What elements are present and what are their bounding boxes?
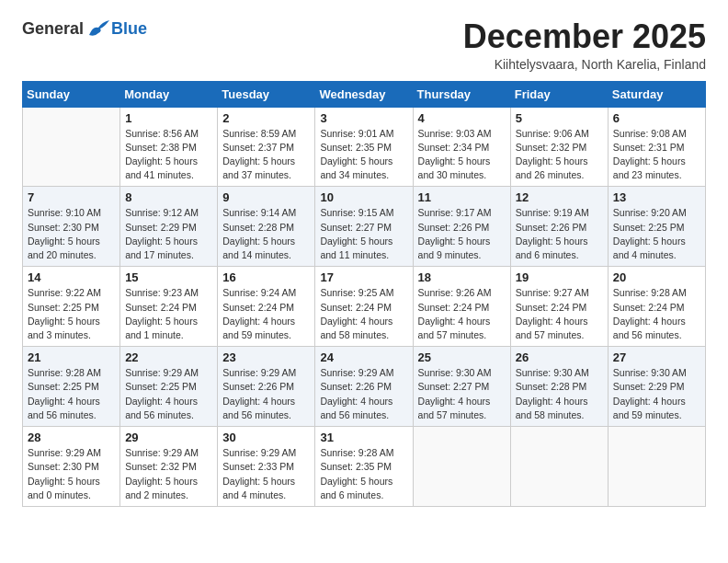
- day-number: 6: [613, 111, 700, 125]
- day-info: Sunrise: 8:56 AMSunset: 2:38 PMDaylight:…: [125, 127, 212, 183]
- day-number: 17: [320, 270, 407, 284]
- page-header: General Blue December 2025 Kiihtelysvaar…: [22, 18, 706, 72]
- day-number: 25: [418, 350, 506, 364]
- day-info: Sunrise: 9:20 AMSunset: 2:25 PMDaylight:…: [613, 206, 700, 262]
- day-info: Sunrise: 9:08 AMSunset: 2:31 PMDaylight:…: [613, 127, 700, 183]
- day-info: Sunrise: 9:14 AMSunset: 2:28 PMDaylight:…: [222, 206, 310, 262]
- weekday-header-friday: Friday: [510, 81, 608, 107]
- calendar-cell: 19Sunrise: 9:27 AMSunset: 2:24 PMDayligh…: [510, 267, 608, 347]
- day-info: Sunrise: 9:29 AMSunset: 2:26 PMDaylight:…: [222, 366, 310, 422]
- title-block: December 2025 Kiihtelysvaara, North Kare…: [463, 18, 706, 72]
- weekday-header-wednesday: Wednesday: [315, 81, 413, 107]
- day-number: 7: [28, 190, 115, 204]
- calendar-cell: 31Sunrise: 9:28 AMSunset: 2:35 PMDayligh…: [315, 427, 413, 507]
- day-number: 9: [222, 190, 310, 204]
- calendar-cell: 8Sunrise: 9:12 AMSunset: 2:29 PMDaylight…: [120, 187, 218, 267]
- calendar-cell: 4Sunrise: 9:03 AMSunset: 2:34 PMDaylight…: [413, 107, 510, 187]
- day-number: 10: [320, 190, 407, 204]
- weekday-header-monday: Monday: [120, 81, 218, 107]
- logo: General Blue: [22, 18, 147, 39]
- calendar-cell: 30Sunrise: 9:29 AMSunset: 2:33 PMDayligh…: [218, 427, 315, 507]
- day-number: 24: [320, 350, 407, 364]
- day-number: 16: [222, 270, 310, 284]
- calendar-cell: 15Sunrise: 9:23 AMSunset: 2:24 PMDayligh…: [120, 267, 218, 347]
- calendar-cell: 24Sunrise: 9:29 AMSunset: 2:26 PMDayligh…: [315, 347, 413, 427]
- day-number: 21: [28, 350, 115, 364]
- calendar-week-row: 7Sunrise: 9:10 AMSunset: 2:30 PMDaylight…: [23, 187, 706, 267]
- calendar-week-row: 21Sunrise: 9:28 AMSunset: 2:25 PMDayligh…: [23, 347, 706, 427]
- day-number: 29: [125, 431, 212, 444]
- day-info: Sunrise: 9:25 AMSunset: 2:24 PMDaylight:…: [320, 286, 407, 342]
- day-info: Sunrise: 9:10 AMSunset: 2:30 PMDaylight:…: [28, 206, 115, 262]
- weekday-header-tuesday: Tuesday: [218, 81, 315, 107]
- day-number: 31: [320, 431, 407, 444]
- calendar-cell: 20Sunrise: 9:28 AMSunset: 2:24 PMDayligh…: [608, 267, 705, 347]
- day-number: 22: [125, 350, 212, 364]
- calendar-cell: 25Sunrise: 9:30 AMSunset: 2:27 PMDayligh…: [413, 347, 510, 427]
- day-number: 19: [516, 270, 603, 284]
- location-text: Kiihtelysvaara, North Karelia, Finland: [463, 57, 706, 72]
- weekday-header-sunday: Sunday: [23, 81, 120, 107]
- calendar-cell: 21Sunrise: 9:28 AMSunset: 2:25 PMDayligh…: [23, 347, 120, 427]
- logo-bird-icon: [85, 18, 111, 39]
- calendar-cell: [608, 427, 705, 507]
- calendar-cell: [23, 107, 120, 187]
- day-number: 15: [125, 270, 212, 284]
- day-info: Sunrise: 9:29 AMSunset: 2:25 PMDaylight:…: [125, 366, 212, 422]
- day-info: Sunrise: 9:06 AMSunset: 2:32 PMDaylight:…: [516, 127, 603, 183]
- day-number: 2: [222, 111, 310, 125]
- day-number: 30: [222, 431, 310, 444]
- calendar-cell: 28Sunrise: 9:29 AMSunset: 2:30 PMDayligh…: [23, 427, 120, 507]
- calendar-cell: 22Sunrise: 9:29 AMSunset: 2:25 PMDayligh…: [120, 347, 218, 427]
- weekday-header-thursday: Thursday: [413, 81, 510, 107]
- calendar-cell: 5Sunrise: 9:06 AMSunset: 2:32 PMDaylight…: [510, 107, 608, 187]
- day-info: Sunrise: 9:01 AMSunset: 2:35 PMDaylight:…: [320, 127, 407, 183]
- calendar-cell: 26Sunrise: 9:30 AMSunset: 2:28 PMDayligh…: [510, 347, 608, 427]
- calendar-cell: 12Sunrise: 9:19 AMSunset: 2:26 PMDayligh…: [510, 187, 608, 267]
- calendar-week-row: 1Sunrise: 8:56 AMSunset: 2:38 PMDaylight…: [23, 107, 706, 187]
- logo-blue-text: Blue: [111, 19, 147, 39]
- calendar-cell: 7Sunrise: 9:10 AMSunset: 2:30 PMDaylight…: [23, 187, 120, 267]
- day-info: Sunrise: 9:17 AMSunset: 2:26 PMDaylight:…: [418, 206, 506, 262]
- calendar-cell: 14Sunrise: 9:22 AMSunset: 2:25 PMDayligh…: [23, 267, 120, 347]
- logo-general-text: General: [22, 19, 84, 39]
- day-number: 11: [418, 190, 506, 204]
- day-number: 12: [516, 190, 603, 204]
- calendar-cell: 13Sunrise: 9:20 AMSunset: 2:25 PMDayligh…: [608, 187, 705, 267]
- day-number: 8: [125, 190, 212, 204]
- day-info: Sunrise: 9:28 AMSunset: 2:35 PMDaylight:…: [320, 446, 407, 502]
- calendar-cell: 2Sunrise: 8:59 AMSunset: 2:37 PMDaylight…: [218, 107, 315, 187]
- day-number: 27: [613, 350, 700, 364]
- day-info: Sunrise: 8:59 AMSunset: 2:37 PMDaylight:…: [222, 127, 310, 183]
- calendar-table: SundayMondayTuesdayWednesdayThursdayFrid…: [22, 81, 706, 507]
- day-number: 1: [125, 111, 212, 125]
- day-info: Sunrise: 9:28 AMSunset: 2:24 PMDaylight:…: [613, 286, 700, 342]
- calendar-cell: 29Sunrise: 9:29 AMSunset: 2:32 PMDayligh…: [120, 427, 218, 507]
- day-info: Sunrise: 9:28 AMSunset: 2:25 PMDaylight:…: [28, 366, 115, 422]
- day-info: Sunrise: 9:27 AMSunset: 2:24 PMDaylight:…: [516, 286, 603, 342]
- calendar-cell: 6Sunrise: 9:08 AMSunset: 2:31 PMDaylight…: [608, 107, 705, 187]
- day-info: Sunrise: 9:23 AMSunset: 2:24 PMDaylight:…: [125, 286, 212, 342]
- day-number: 5: [516, 111, 603, 125]
- day-number: 3: [320, 111, 407, 125]
- day-info: Sunrise: 9:30 AMSunset: 2:28 PMDaylight:…: [516, 366, 603, 422]
- calendar-cell: 18Sunrise: 9:26 AMSunset: 2:24 PMDayligh…: [413, 267, 510, 347]
- day-info: Sunrise: 9:12 AMSunset: 2:29 PMDaylight:…: [125, 206, 212, 262]
- month-title: December 2025: [463, 18, 706, 55]
- calendar-week-row: 14Sunrise: 9:22 AMSunset: 2:25 PMDayligh…: [23, 267, 706, 347]
- calendar-cell: 3Sunrise: 9:01 AMSunset: 2:35 PMDaylight…: [315, 107, 413, 187]
- day-info: Sunrise: 9:24 AMSunset: 2:24 PMDaylight:…: [222, 286, 310, 342]
- weekday-header-row: SundayMondayTuesdayWednesdayThursdayFrid…: [23, 81, 706, 107]
- calendar-cell: [413, 427, 510, 507]
- day-info: Sunrise: 9:19 AMSunset: 2:26 PMDaylight:…: [516, 206, 603, 262]
- calendar-week-row: 28Sunrise: 9:29 AMSunset: 2:30 PMDayligh…: [23, 427, 706, 507]
- day-info: Sunrise: 9:22 AMSunset: 2:25 PMDaylight:…: [28, 286, 115, 342]
- day-info: Sunrise: 9:03 AMSunset: 2:34 PMDaylight:…: [418, 127, 506, 183]
- day-info: Sunrise: 9:30 AMSunset: 2:29 PMDaylight:…: [613, 366, 700, 422]
- calendar-cell: 27Sunrise: 9:30 AMSunset: 2:29 PMDayligh…: [608, 347, 705, 427]
- day-number: 23: [222, 350, 310, 364]
- day-number: 14: [28, 270, 115, 284]
- calendar-cell: 10Sunrise: 9:15 AMSunset: 2:27 PMDayligh…: [315, 187, 413, 267]
- day-info: Sunrise: 9:29 AMSunset: 2:33 PMDaylight:…: [222, 446, 310, 502]
- day-number: 4: [418, 111, 506, 125]
